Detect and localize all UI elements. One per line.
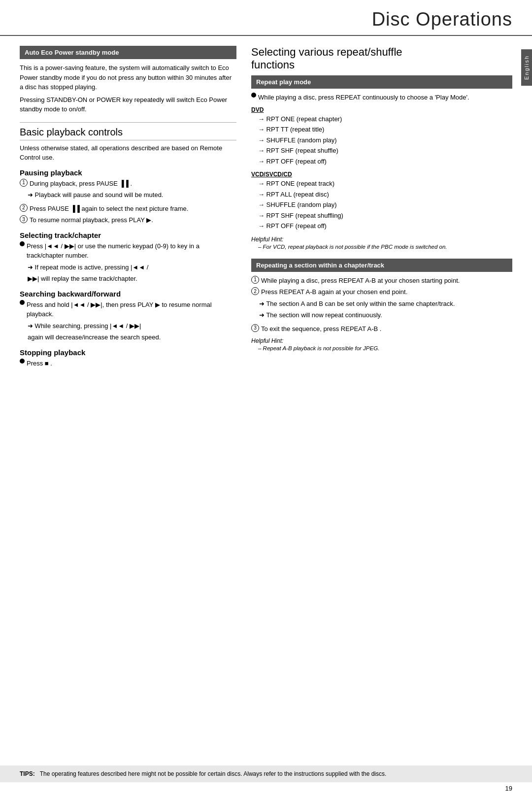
ab-step3-num: 3 [251,324,259,332]
page-wrapper: Disc Operations English Auto Eco Power s… [0,0,532,797]
searching-arrow2: again will decrease/increase the search … [20,332,236,342]
repeat-intro-row: While playing a disc, press REPEAT conti… [251,93,512,102]
page-number: 19 [505,785,512,792]
auto-eco-para2: Pressing STANDBY-ON or POWER key repeate… [20,95,236,114]
repeat-intro-text: While playing a disc, press REPEAT conti… [258,93,512,102]
tips-label: TIPS: [20,770,35,777]
track-bullet-row: Press |◄◄ / ▶▶| or use the numeric keypa… [20,241,236,261]
tips-text: The operating features described here mi… [40,770,387,777]
pausing-step1-arrow: ➜ Playback will pause and sound will be … [20,190,236,200]
searching-bullet-row: Press and hold |◄◄ / ▶▶|, then press PLA… [20,300,236,319]
tips-bar: TIPS: The operating features described h… [0,765,532,782]
dvd-item: → RPT TT (repeat title) [258,125,512,134]
track-bullet [20,241,25,246]
repeat-hint-label: Helpful Hint: [251,236,512,243]
side-tab: English [521,49,532,86]
ab-step2-arrow1: ➜ The section A and B can be set only wi… [251,299,512,309]
dvd-label: DVD [251,106,512,113]
basic-intro: Unless otherwise stated, all operations … [20,143,236,163]
vcd-label: VCD/SVCD/CD [251,171,512,178]
dvd-items: → RPT ONE (repeat chapter)→ RPT TT (repe… [251,114,512,166]
right-column: Selecting various repeat/shuffle functio… [251,46,512,370]
ab-step1-text: While playing a disc, press REPEAT A-B a… [261,276,512,286]
searching-arrow1: ➜ While searching, pressing |◄◄ / ▶▶| [20,321,236,331]
stopping-subtitle: Stopping playback [20,348,236,357]
ab-step3-text: To exit the sequence, press REPEAT A-B . [261,324,512,334]
vcd-item: → RPT SHF (repeat shuffling) [258,211,512,221]
searching-bullet [20,300,25,305]
searching-text: Press and hold |◄◄ / ▶▶|, then press PLA… [27,300,236,319]
pausing-subtitle: Pausing playback [20,168,236,177]
repeat-bullet [251,93,256,98]
title-bar: Disc Operations [0,0,532,36]
ab-hint-text: – Repeat A-B playback is not possible fo… [251,345,512,351]
dvd-item: → SHUFFLE (random play) [258,135,512,145]
track-arrow2: ▶▶| will replay the same track/chapter. [20,274,236,284]
divider-basic [20,122,236,123]
dvd-item: → RPT SHF (repeat shuffle) [258,146,512,156]
step3-number: 3 [20,215,28,223]
ab-step2-row: 2 Press REPEAT A-B again at your chosen … [251,287,512,297]
right-section-title: Selecting various repeat/shuffle functio… [251,46,512,71]
track-arrow1: ➜ If repeat mode is active, pressing |◄◄… [20,263,236,272]
vcd-items: → RPT ONE (repeat track)→ RPT ALL (repea… [251,179,512,231]
repeat-header: Repeat play mode [251,75,512,89]
pausing-step3-row: 3 To resume normal playback, press PLAY … [20,215,236,225]
ab-step2-text: Press REPEAT A-B again at your chosen en… [261,287,512,297]
main-content: Auto Eco Power standby mode This is a po… [0,36,532,380]
stopping-text: Press ■ . [27,359,236,368]
dvd-item: → RPT OFF (repeat off) [258,157,512,166]
ab-step1-row: 1 While playing a disc, press REPEAT A-B… [251,276,512,286]
searching-subtitle: Searching backward/forward [20,290,236,298]
vcd-item: → RPT OFF (repeat off) [258,221,512,231]
pausing-step1-text: During playback, press PAUSE ▐▐ . [30,179,236,189]
ab-hint-label: Helpful Hint: [251,337,512,344]
ab-step2-num: 2 [251,287,259,295]
left-column: Auto Eco Power standby mode This is a po… [20,46,236,370]
page-title: Disc Operations [372,9,512,30]
pausing-step2-text: Press PAUSE ▐▐ again to select the next … [30,204,236,214]
stopping-bullet-row: Press ■ . [20,359,236,368]
vcd-item: → RPT ALL (repeat disc) [258,190,512,199]
pausing-step1-row: 1 During playback, press PAUSE ▐▐ . [20,179,236,189]
auto-eco-header: Auto Eco Power standby mode [20,46,236,59]
ab-step1-num: 1 [251,276,259,284]
vcd-item: → SHUFFLE (random play) [258,200,512,210]
pausing-step2-row: 2 Press PAUSE ▐▐ again to select the nex… [20,204,236,214]
basic-section-title: Basic playback controls [20,127,236,140]
ab-step2-arrow2: ➜ The section will now repeat continuous… [251,310,512,320]
dvd-item: → RPT ONE (repeat chapter) [258,114,512,124]
track-text: Press |◄◄ / ▶▶| or use the numeric keypa… [27,241,236,261]
repeat-hint-text: – For VCD, repeat playback is not possib… [251,244,512,250]
repeat-ab-header: Repeating a section within a chapter/tra… [251,259,512,272]
auto-eco-para1: This is a power-saving feature, the syst… [20,63,236,92]
step2-number: 2 [20,204,28,212]
vcd-item: → RPT ONE (repeat track) [258,179,512,189]
track-subtitle: Selecting track/chapter [20,231,236,239]
pausing-step3-text: To resume normal playback, press PLAY ▶. [30,215,236,225]
ab-step3-row: 3 To exit the sequence, press REPEAT A-B… [251,324,512,334]
stopping-bullet [20,359,25,364]
step1-number: 1 [20,179,28,187]
